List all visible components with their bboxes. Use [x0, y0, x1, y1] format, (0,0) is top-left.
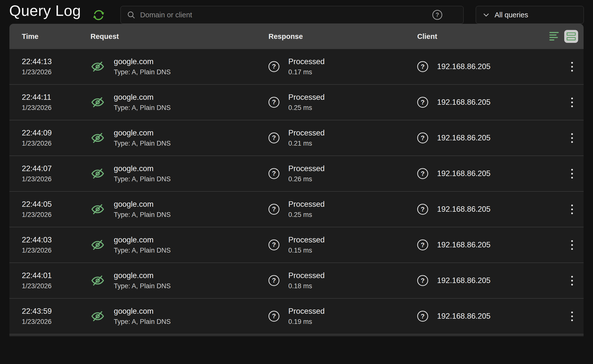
query-log-row[interactable]: 22:44:09 1/23/2026 google.com Type: A, P…: [9, 120, 584, 156]
client-help-icon[interactable]: ?: [417, 311, 428, 322]
client-cell: ? 192.168.86.205: [417, 61, 566, 72]
response-help-icon[interactable]: ?: [268, 97, 279, 108]
response-cell: ? Processed 0.18 ms: [268, 271, 417, 290]
query-date: 1/23/2026: [22, 247, 90, 254]
query-domain: google.com: [114, 164, 171, 173]
query-date: 1/23/2026: [22, 104, 90, 112]
detailed-view-button[interactable]: [564, 30, 578, 43]
compact-view-button[interactable]: [548, 31, 560, 42]
response-cell: ? Processed 0.25 ms: [268, 93, 417, 112]
response-elapsed: 0.26 ms: [288, 176, 325, 183]
align-left-lines-icon: [549, 32, 559, 41]
table-body: 22:44:13 1/23/2026 google.com Type: A, P…: [9, 49, 584, 334]
query-log-row[interactable]: 22:44:11 1/23/2026 google.com Type: A, P…: [9, 85, 584, 120]
request-cell: google.com Type: A, Plain DNS: [90, 129, 268, 147]
query-type: Type: A, Plain DNS: [114, 104, 171, 112]
query-type: Type: A, Plain DNS: [114, 283, 171, 290]
response-help-icon[interactable]: ?: [268, 311, 279, 322]
query-date: 1/23/2026: [22, 283, 90, 290]
client-cell: ? 192.168.86.205: [417, 239, 566, 250]
client-help-icon[interactable]: ?: [417, 61, 428, 72]
query-time: 22:44:09: [22, 129, 90, 137]
row-menu-button[interactable]: [569, 238, 575, 252]
client-help-icon[interactable]: ?: [417, 239, 428, 250]
response-help-icon[interactable]: ?: [268, 204, 279, 215]
time-cell: 22:44:13 1/23/2026: [22, 57, 90, 76]
response-help-icon[interactable]: ?: [268, 132, 279, 143]
eye-off-icon: [90, 95, 105, 109]
eye-off-icon: [90, 131, 105, 145]
query-time: 22:44:07: [22, 164, 90, 173]
client-help-icon[interactable]: ?: [417, 132, 428, 143]
response-cell: ? Processed 0.15 ms: [268, 235, 417, 254]
query-date: 1/23/2026: [22, 318, 90, 326]
kebab-menu-icon: [571, 169, 573, 171]
query-type: Type: A, Plain DNS: [114, 318, 171, 326]
query-log-table: Time Request Response Client: [9, 24, 584, 336]
client-cell: ? 192.168.86.205: [417, 97, 566, 108]
response-help-icon[interactable]: ?: [268, 168, 279, 179]
client-help-icon[interactable]: ?: [417, 275, 428, 286]
refresh-button[interactable]: [92, 8, 106, 22]
kebab-menu-icon: [571, 312, 573, 313]
query-date: 1/23/2026: [22, 211, 90, 219]
row-menu-button[interactable]: [569, 131, 575, 145]
response-cell: ? Processed 0.21 ms: [268, 129, 417, 147]
client-cell: ? 192.168.86.205: [417, 275, 566, 286]
response-status: Processed: [288, 271, 325, 280]
response-status: Processed: [288, 93, 325, 102]
time-cell: 22:44:07 1/23/2026: [22, 164, 90, 183]
query-log-row[interactable]: 22:44:05 1/23/2026 google.com Type: A, P…: [9, 192, 584, 227]
response-status: Processed: [288, 129, 325, 137]
eye-off-icon: [90, 202, 105, 216]
client-ip: 192.168.86.205: [437, 133, 491, 142]
query-type: Type: A, Plain DNS: [114, 140, 171, 147]
eye-off-icon: [90, 309, 105, 323]
query-log-row[interactable]: 22:44:13 1/23/2026 google.com Type: A, P…: [9, 49, 584, 85]
query-time: 22:43:59: [22, 307, 90, 316]
query-log-row[interactable]: 22:44:03 1/23/2026 google.com Type: A, P…: [9, 227, 584, 263]
query-date: 1/23/2026: [22, 140, 90, 147]
row-menu-button[interactable]: [569, 274, 575, 287]
response-help-icon[interactable]: ?: [268, 239, 279, 250]
row-menu-button[interactable]: [569, 310, 575, 323]
query-log-row[interactable]: 22:44:07 1/23/2026 google.com Type: A, P…: [9, 156, 584, 192]
query-domain: google.com: [114, 271, 171, 280]
search-help-icon[interactable]: ?: [432, 10, 442, 20]
query-date: 1/23/2026: [22, 69, 90, 76]
search-box: ?: [120, 6, 464, 24]
query-domain: google.com: [114, 200, 171, 209]
response-status: Processed: [288, 164, 325, 173]
query-log-row[interactable]: 22:44:01 1/23/2026 google.com Type: A, P…: [9, 263, 584, 299]
client-help-icon[interactable]: ?: [417, 97, 428, 108]
row-menu-button[interactable]: [569, 203, 575, 216]
client-help-icon[interactable]: ?: [417, 204, 428, 215]
response-status: Processed: [288, 235, 325, 244]
row-menu-button[interactable]: [569, 96, 575, 109]
client-cell: ? 192.168.86.205: [417, 311, 566, 322]
query-type: Type: A, Plain DNS: [114, 211, 171, 219]
response-elapsed: 0.15 ms: [288, 247, 325, 254]
query-log-row[interactable]: 22:43:59 1/23/2026 google.com Type: A, P…: [9, 299, 584, 334]
refresh-icon: [92, 8, 106, 22]
column-header-request: Request: [90, 32, 268, 41]
page-header: Query Log ? All queries: [0, 0, 593, 24]
query-time: 22:44:01: [22, 271, 90, 280]
query-time: 22:44:13: [22, 57, 90, 66]
client-cell: ? 192.168.86.205: [417, 204, 566, 215]
response-cell: ? Processed 0.19 ms: [268, 307, 417, 326]
response-help-icon[interactable]: ?: [268, 61, 279, 72]
response-help-icon[interactable]: ?: [268, 275, 279, 286]
row-menu-button[interactable]: [569, 167, 575, 181]
time-cell: 22:44:11 1/23/2026: [22, 93, 90, 112]
response-elapsed: 0.21 ms: [288, 140, 325, 147]
row-menu-button[interactable]: [569, 60, 575, 74]
client-help-icon[interactable]: ?: [417, 168, 428, 179]
request-cell: google.com Type: A, Plain DNS: [90, 235, 268, 254]
query-date: 1/23/2026: [22, 176, 90, 183]
query-type: Type: A, Plain DNS: [114, 176, 171, 183]
query-filter-dropdown[interactable]: All queries: [476, 6, 584, 24]
query-domain: google.com: [114, 307, 171, 316]
search-input[interactable]: [120, 6, 464, 24]
query-time: 22:44:11: [22, 93, 90, 102]
